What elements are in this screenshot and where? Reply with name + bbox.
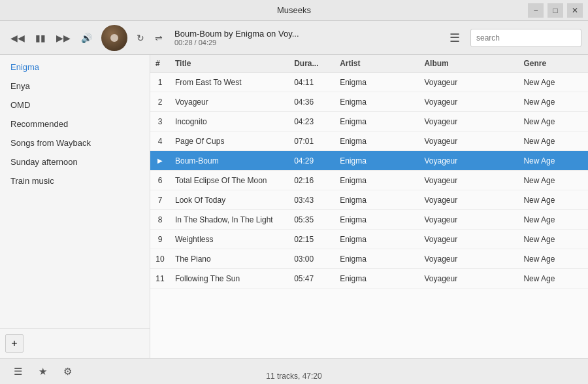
track-num: 7 <box>150 196 170 205</box>
favorites-button[interactable]: ★ <box>33 363 52 380</box>
col-header-genre: Genre <box>518 59 588 68</box>
next-button[interactable]: ▶▶ <box>52 30 74 46</box>
queue-button[interactable]: ☰ <box>444 28 465 48</box>
track-title: The Piano <box>170 254 289 264</box>
track-artist: Enigma <box>335 97 419 107</box>
col-header-album: Album <box>419 59 518 68</box>
track-genre: New Age <box>518 137 588 146</box>
sidebar-item-enya[interactable]: Enya <box>0 77 150 96</box>
track-album: Voyageur <box>419 117 518 126</box>
sidebar: EnigmaEnyaOMDRecommendedSongs from Wayba… <box>0 55 150 358</box>
track-artist: Enigma <box>335 196 419 205</box>
track-title: In The Shadow, In The Light <box>170 215 289 224</box>
status-summary: 11 tracks, 47:20 <box>266 372 321 381</box>
track-title: Boum-Boum <box>170 156 289 166</box>
maximize-button[interactable]: □ <box>547 3 563 18</box>
track-num: 2 <box>150 97 170 107</box>
track-album: Voyageur <box>419 97 518 107</box>
volume-button[interactable]: 🔊 <box>77 30 96 46</box>
track-artist: Enigma <box>335 254 419 264</box>
track-row[interactable]: 3Incognito04:23EnigmaVoyageurNew Age <box>150 112 588 131</box>
app-title: Museeks <box>277 5 311 15</box>
track-artist: Enigma <box>335 215 419 224</box>
track-artist: Enigma <box>335 274 419 283</box>
library-button[interactable]: ☰ <box>8 363 27 380</box>
track-title: Voyageur <box>170 97 289 107</box>
track-duration: 04:36 <box>289 97 335 107</box>
track-album: Voyageur <box>419 176 518 185</box>
tracklist-header: # Title Dura... Artist Album Genre <box>150 55 588 73</box>
repeat-button[interactable]: ↻ <box>133 30 148 46</box>
track-genre: New Age <box>518 117 588 126</box>
prev-button[interactable]: ◀◀ <box>7 30 29 46</box>
statusbar: ☰ ★ ⚙ 11 tracks, 47:20 <box>0 358 588 384</box>
track-row[interactable]: 11Following The Sun05:47EnigmaVoyageurNe… <box>150 269 588 288</box>
track-duration: 04:23 <box>289 117 335 126</box>
track-num: 8 <box>150 215 170 224</box>
track-row[interactable]: 4Page Of Cups07:01EnigmaVoyageurNew Age <box>150 131 588 151</box>
play-pause-button[interactable]: ▮▮ <box>31 30 50 46</box>
tracklist: # Title Dura... Artist Album Genre 1From… <box>150 55 588 358</box>
track-album: Voyageur <box>419 156 518 166</box>
col-header-artist: Artist <box>335 59 419 68</box>
track-title: Weightless <box>170 235 289 244</box>
track-genre: New Age <box>518 215 588 224</box>
col-header-num: # <box>150 59 170 68</box>
main-content: EnigmaEnyaOMDRecommendedSongs from Wayba… <box>0 55 588 358</box>
track-num: 10 <box>150 254 170 264</box>
sidebar-item-sunday[interactable]: Sunday afternoon <box>0 152 150 171</box>
track-genre: New Age <box>518 97 588 107</box>
search-input[interactable] <box>470 29 581 47</box>
track-row[interactable]: 10The Piano03:00EnigmaVoyageurNew Age <box>150 249 588 269</box>
track-album: Voyageur <box>419 215 518 224</box>
titlebar: Museeks − □ ✕ <box>0 0 588 21</box>
sidebar-item-enigma[interactable]: Enigma <box>0 58 150 77</box>
track-row[interactable]: 8In The Shadow, In The Light05:35EnigmaV… <box>150 210 588 230</box>
sidebar-item-songs-wayback[interactable]: Songs from Wayback <box>0 133 150 152</box>
track-row[interactable]: 6Total Eclipse Of The Moon02:16EnigmaVoy… <box>150 171 588 190</box>
track-duration: 03:00 <box>289 254 335 264</box>
track-title: From East To West <box>170 78 289 87</box>
track-album: Voyageur <box>419 78 518 87</box>
track-info: Boum-Boum by Enigma on Voy... 00:28 / 04… <box>172 29 439 46</box>
track-num: 11 <box>150 274 170 283</box>
shuffle-button[interactable]: ⇌ <box>151 30 167 46</box>
track-num: 3 <box>150 117 170 126</box>
track-title: Incognito <box>170 117 289 126</box>
track-num: ▶ <box>150 157 170 164</box>
add-playlist-button[interactable]: + <box>5 334 24 353</box>
track-num: 9 <box>150 235 170 244</box>
track-num: 1 <box>150 78 170 87</box>
sidebar-item-omd[interactable]: OMD <box>0 96 150 114</box>
track-title: Total Eclipse Of The Moon <box>170 176 289 185</box>
track-artist: Enigma <box>335 78 419 87</box>
track-genre: New Age <box>518 156 588 166</box>
minimize-button[interactable]: − <box>528 3 544 18</box>
sidebar-item-recommended[interactable]: Recommended <box>0 114 150 133</box>
sidebar-footer: + <box>0 328 150 358</box>
track-artist: Enigma <box>335 117 419 126</box>
track-genre: New Age <box>518 274 588 283</box>
playing-indicator: ▶ <box>157 157 163 164</box>
track-album: Voyageur <box>419 137 518 146</box>
track-genre: New Age <box>518 235 588 244</box>
track-duration: 05:47 <box>289 274 335 283</box>
track-duration: 04:11 <box>289 78 335 87</box>
track-title: Following The Sun <box>170 274 289 283</box>
track-row[interactable]: ▶Boum-Boum04:29EnigmaVoyageurNew Age <box>150 151 588 171</box>
col-header-title: Title <box>170 59 289 68</box>
track-duration: 02:16 <box>289 176 335 185</box>
track-row[interactable]: 9Weightless02:15EnigmaVoyageurNew Age <box>150 230 588 249</box>
track-artist: Enigma <box>335 156 419 166</box>
track-row[interactable]: 7Look Of Today03:43EnigmaVoyageurNew Age <box>150 190 588 210</box>
track-album: Voyageur <box>419 235 518 244</box>
statusbar-left: ☰ ★ ⚙ <box>8 363 77 380</box>
track-row[interactable]: 1From East To West04:11EnigmaVoyageurNew… <box>150 73 588 92</box>
track-genre: New Age <box>518 196 588 205</box>
sidebar-item-train[interactable]: Train music <box>0 171 150 190</box>
track-artist: Enigma <box>335 137 419 146</box>
settings-button[interactable]: ⚙ <box>57 363 77 380</box>
close-button[interactable]: ✕ <box>567 3 583 18</box>
track-album: Voyageur <box>419 254 518 264</box>
track-row[interactable]: 2Voyageur04:36EnigmaVoyageurNew Age <box>150 92 588 112</box>
